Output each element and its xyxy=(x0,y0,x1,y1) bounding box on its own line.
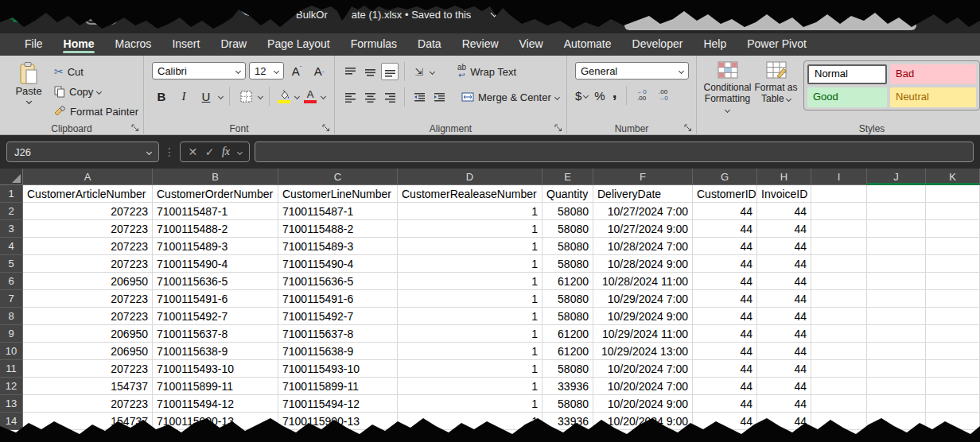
row-header-2[interactable]: 2 xyxy=(0,203,23,220)
cell-F2[interactable]: 10/27/2024 7:00 xyxy=(593,203,693,220)
cell-F13[interactable]: 10/20/2024 9:00 xyxy=(593,395,693,413)
row-header-9[interactable]: 9 xyxy=(0,325,23,343)
chevron-down-icon[interactable] xyxy=(218,93,224,99)
cell-C2[interactable]: 7100115487-1 xyxy=(278,203,398,220)
tab-insert[interactable]: Insert xyxy=(161,33,210,56)
cell-A4[interactable]: 207223 xyxy=(23,238,153,255)
cell-A14[interactable]: 154737 xyxy=(23,413,153,430)
cell-J14[interactable] xyxy=(867,413,926,430)
cell-A10[interactable]: 206950 xyxy=(23,343,153,360)
autosave-toggle[interactable] xyxy=(84,12,118,25)
formula-input[interactable] xyxy=(255,142,974,162)
cell-E11[interactable]: 58080 xyxy=(542,360,593,378)
row-header-12[interactable]: 12 xyxy=(0,378,23,395)
cell-I7[interactable] xyxy=(811,290,867,308)
cell-K9[interactable] xyxy=(926,325,980,343)
cell-H6[interactable]: 44 xyxy=(757,273,811,290)
cell-H4[interactable]: 44 xyxy=(757,238,811,255)
cancel-icon[interactable]: ✕ xyxy=(188,145,197,158)
cell-G11[interactable]: 44 xyxy=(693,360,757,378)
cell-B6[interactable]: 7100115636-5 xyxy=(153,273,278,290)
cell-F4[interactable]: 10/28/2024 7:00 xyxy=(593,238,693,255)
number-dialog-launcher[interactable] xyxy=(684,124,692,132)
cell-D7[interactable]: 1 xyxy=(398,290,542,308)
cell-H10[interactable]: 44 xyxy=(757,343,811,360)
column-header-K[interactable]: K xyxy=(926,169,980,185)
row-header-11[interactable]: 11 xyxy=(0,360,23,378)
cell-K5[interactable] xyxy=(926,255,980,273)
fill-color-button[interactable] xyxy=(276,90,292,103)
cell-F1[interactable]: DeliveryDate xyxy=(593,185,693,203)
column-header-G[interactable]: G xyxy=(693,169,757,185)
cell-G3[interactable]: 44 xyxy=(693,220,757,238)
cell-I11[interactable] xyxy=(811,360,867,378)
cell-G10[interactable]: 44 xyxy=(693,343,757,360)
clipboard-dialog-launcher[interactable] xyxy=(131,124,139,132)
cell-H8[interactable]: 44 xyxy=(757,308,811,325)
cell-B9[interactable]: 7100115637-8 xyxy=(153,325,278,343)
tab-data[interactable]: Data xyxy=(407,33,452,56)
cell-C5[interactable]: 7100115490-4 xyxy=(278,255,398,273)
cell-F5[interactable]: 10/28/2024 9:00 xyxy=(593,255,693,273)
cell-H14[interactable]: 44 xyxy=(757,413,811,430)
cell-B8[interactable]: 7100115492-7 xyxy=(153,308,278,325)
cell-G2[interactable]: 44 xyxy=(693,203,757,220)
cell-C14[interactable]: 7100115900-13 xyxy=(278,413,398,430)
cell-B13[interactable]: 7100115494-12 xyxy=(153,395,278,413)
chevron-down-icon[interactable] xyxy=(583,92,589,98)
chevron-down-icon[interactable] xyxy=(321,93,326,99)
cell-B4[interactable]: 7100115489-3 xyxy=(153,238,278,255)
cell-K4[interactable] xyxy=(926,238,980,255)
column-header-J[interactable]: J xyxy=(867,169,926,185)
format-painter-button[interactable]: Format Painter xyxy=(54,103,138,120)
chevron-down-icon[interactable] xyxy=(430,68,435,74)
cell-D5[interactable]: 1 xyxy=(398,255,542,273)
chevron-down-icon[interactable] xyxy=(236,149,242,154)
font-color-button[interactable]: A xyxy=(302,90,318,103)
cell-G13[interactable]: 44 xyxy=(693,395,757,413)
cell-I8[interactable] xyxy=(811,308,867,325)
increase-decimal-button[interactable]: ←0.00 xyxy=(632,89,651,102)
cell-E2[interactable]: 58080 xyxy=(542,203,593,220)
align-left-button[interactable] xyxy=(341,88,359,106)
cell-C10[interactable]: 7100115638-9 xyxy=(278,343,398,360)
cell-G8[interactable]: 44 xyxy=(693,308,757,325)
row-header-3[interactable]: 3 xyxy=(0,220,23,238)
select-all-button[interactable] xyxy=(0,169,23,185)
cell-J6[interactable] xyxy=(867,273,926,290)
cell-D3[interactable]: 1 xyxy=(398,220,542,238)
column-header-H[interactable]: H xyxy=(757,169,811,185)
tab-automate[interactable]: Automate xyxy=(554,33,622,56)
row-header-10[interactable]: 10 xyxy=(0,343,23,360)
cell-D8[interactable]: 1 xyxy=(398,308,542,325)
cell-G7[interactable]: 44 xyxy=(693,290,757,308)
cell-G5[interactable]: 44 xyxy=(693,255,757,273)
cell-C11[interactable]: 7100115493-10 xyxy=(278,360,398,378)
column-header-B[interactable]: B xyxy=(153,169,278,185)
cell-J1[interactable] xyxy=(867,185,926,203)
tab-help[interactable]: Help xyxy=(693,33,737,56)
cell-G14[interactable]: 44 xyxy=(693,413,757,430)
cell-B2[interactable]: 7100115487-1 xyxy=(153,203,278,220)
align-middle-button[interactable] xyxy=(361,63,379,80)
underline-button[interactable]: U xyxy=(196,87,216,105)
chevron-down-icon[interactable] xyxy=(294,93,300,99)
cell-I2[interactable] xyxy=(811,203,867,220)
cell-D10[interactable]: 1 xyxy=(398,343,542,360)
cell-K7[interactable] xyxy=(926,290,980,308)
cell-F6[interactable]: 10/28/2024 11:00 xyxy=(593,273,693,290)
chevron-down-icon[interactable] xyxy=(491,10,499,17)
cell-J2[interactable] xyxy=(867,203,926,220)
cell-E4[interactable]: 58080 xyxy=(542,238,593,255)
align-center-button[interactable] xyxy=(361,88,379,106)
cell-J3[interactable] xyxy=(867,220,926,238)
merge-center-button[interactable]: Merge & Center xyxy=(461,88,559,106)
cell-J13[interactable] xyxy=(867,395,926,413)
percent-style-button[interactable]: % xyxy=(594,89,605,103)
cell-G4[interactable]: 44 xyxy=(693,238,757,255)
cell-E3[interactable]: 58080 xyxy=(542,220,593,238)
font-name-select[interactable]: Calibri xyxy=(152,62,246,79)
cell-B10[interactable]: 7100115638-9 xyxy=(153,343,278,360)
cell-H3[interactable]: 44 xyxy=(757,220,811,238)
cell-style-bad[interactable]: Bad xyxy=(890,64,976,84)
